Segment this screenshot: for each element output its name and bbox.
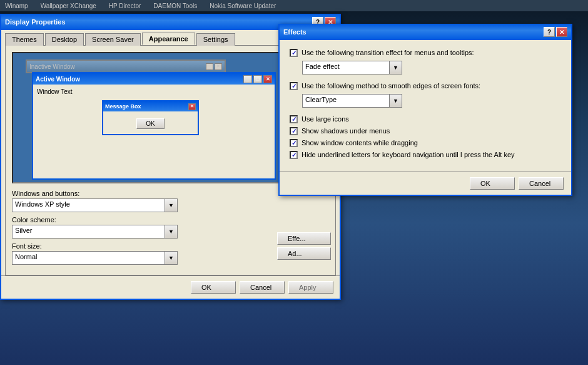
effects-transition-checkbox[interactable] (290, 49, 298, 57)
effects-underline-label: Hide underlined letters for keyboard nav… (302, 151, 515, 158)
font-size-arrow[interactable]: ▼ (165, 251, 178, 265)
tab-desktop[interactable]: Desktop (45, 33, 84, 46)
effects-cancel-button[interactable]: Cancel (519, 177, 564, 190)
windows-buttons-arrow[interactable]: ▼ (165, 198, 178, 212)
mini-close-active[interactable]: ✕ (263, 75, 272, 83)
taskbar-item-nokia[interactable]: Nokia Software Updater (210, 3, 276, 9)
effects-titlebar: Effects ? ✕ (280, 24, 571, 40)
windows-buttons-dropdown-wrapper: Windows XP style ▼ (12, 198, 329, 212)
effects-shadows-checkbox[interactable] (290, 127, 298, 135)
tab-themes[interactable]: Themes (5, 33, 44, 46)
tab-screensaver[interactable]: Screen Saver (85, 33, 141, 46)
taskbar-item-hp[interactable]: HP Director (109, 3, 141, 9)
msgbox-body: OK (103, 111, 198, 134)
effects-ok-button[interactable]: OK (470, 177, 515, 190)
effects-transition-section: Use the following transition effect for … (290, 49, 561, 75)
effects-large-icons-checkbox[interactable] (290, 115, 298, 123)
effects-large-icons-label: Use large icons (302, 115, 349, 123)
preview-inactive-window: Inactive Window _ ✕ (26, 59, 226, 73)
effects-smooth-checkbox[interactable] (290, 82, 298, 90)
preview-active-titlebar: Active Window _ □ ✕ (33, 73, 275, 85)
taskbar-item-wallpaper[interactable]: Wallpaper XChange (41, 3, 96, 9)
effects-smooth-row: Use the following method to smooth edges… (290, 82, 561, 90)
effects-close-button[interactable]: ✕ (556, 27, 567, 37)
effects-help-button[interactable]: ? (544, 27, 555, 37)
tab-settings[interactable]: Settings (196, 33, 235, 46)
preview-msgbox-titlebar: Message Box ✕ (103, 101, 198, 111)
display-properties-title: Display Properties (5, 18, 66, 26)
effects-smooth-section: Use the following method to smooth edges… (290, 82, 561, 108)
effects-transition-row: Use the following transition effect for … (290, 49, 561, 57)
effects-transition-select-row: Fade effect ▼ (302, 61, 561, 75)
mini-maximize-active[interactable]: □ (253, 75, 262, 83)
display-properties-bottom: OK Cancel Apply (1, 275, 340, 299)
font-size-row: Font size: Normal ▼ Effe... Ad... (12, 242, 329, 265)
msgbox-close[interactable]: ✕ (188, 103, 196, 110)
mini-close[interactable]: ✕ (215, 63, 222, 70)
effects-underline-checkbox[interactable] (290, 151, 298, 159)
font-size-field[interactable]: Normal (12, 251, 165, 265)
effects-body: Use the following transition effect for … (280, 40, 571, 172)
effects-smooth-label: Use the following method to smooth edges… (302, 82, 480, 90)
advanced-button[interactable]: Ad... (277, 247, 331, 260)
preview-inactive-title: Inactive Window (29, 63, 75, 70)
mini-minimize-active[interactable]: _ (243, 75, 252, 83)
font-size-dropdown-wrapper: Normal ▼ (12, 251, 178, 265)
effects-smooth-select-row: ClearType ▼ (302, 94, 561, 108)
cancel-button[interactable]: Cancel (240, 281, 285, 294)
preview-msgbox-title: Message Box (105, 103, 141, 110)
effects-transition-select[interactable]: Fade effect (302, 61, 390, 75)
color-scheme-label: Color scheme: (12, 216, 329, 224)
effects-titlebar-buttons: ? ✕ (544, 27, 567, 37)
color-scheme-arrow[interactable]: ▼ (165, 225, 178, 239)
ok-button[interactable]: OK (191, 281, 236, 294)
color-scheme-field[interactable]: Silver (12, 225, 165, 239)
taskbar-item-daemon[interactable]: DAEMON Tools (153, 3, 197, 9)
effects-transition-select-arrow[interactable]: ▼ (390, 61, 402, 75)
effects-dragging-row: Show window contents while dragging (290, 139, 561, 147)
effects-smooth-select[interactable]: ClearType (302, 94, 390, 108)
effects-shadows-row: Show shadows under menus (290, 127, 561, 135)
effects-smooth-select-arrow[interactable]: ▼ (390, 94, 402, 108)
effects-dragging-label: Show window contents while dragging (302, 139, 418, 147)
effects-button[interactable]: Effe... (277, 232, 331, 245)
taskbar-top: Winamp Wallpaper XChange HP Director DAE… (0, 0, 588, 11)
effects-title: Effects (283, 28, 307, 36)
apply-button[interactable]: Apply (288, 281, 333, 294)
taskbar-item-winamp[interactable]: Winamp (5, 3, 28, 9)
effects-dragging-checkbox[interactable] (290, 139, 298, 147)
preview-active-body: Window Text Message Box ✕ OK (33, 85, 275, 178)
effects-shadows-label: Show shadows under menus (302, 127, 390, 135)
preview-window-text: Window Text (37, 88, 73, 95)
effects-underline-row: Hide underlined letters for keyboard nav… (290, 151, 561, 159)
appearance-controls: Windows and buttons: Windows XP style ▼ … (12, 190, 329, 265)
mini-minimize[interactable]: _ (206, 63, 213, 70)
preview-active-title: Active Window (36, 76, 80, 83)
effects-transition-label: Use the following transition effect for … (302, 49, 474, 56)
preview-msgbox: Message Box ✕ OK (102, 100, 199, 135)
effects-dialog: Effects ? ✕ Use the following transition… (278, 24, 572, 196)
preview-inactive-titlebar: Inactive Window _ ✕ (27, 61, 225, 72)
tab-appearance[interactable]: Appearance (142, 33, 195, 45)
msgbox-ok-button[interactable]: OK (136, 118, 164, 129)
preview-active-window: Active Window _ □ ✕ Window Text Message … (32, 72, 276, 180)
effects-bottom: OK Cancel (280, 172, 571, 195)
windows-buttons-field[interactable]: Windows XP style (12, 198, 165, 212)
effects-large-icons-row: Use large icons (290, 115, 561, 123)
